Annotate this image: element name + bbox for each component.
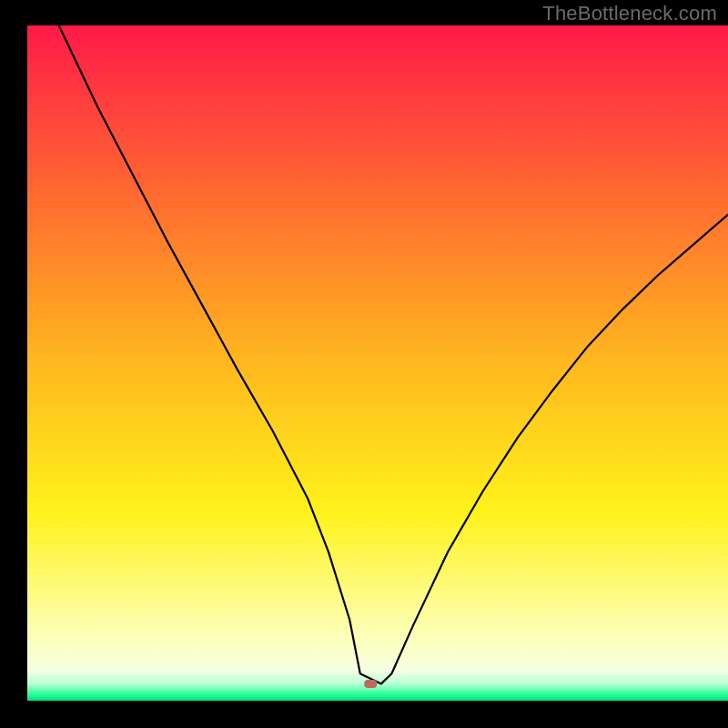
watermark-text: TheBottleneck.com — [542, 2, 717, 25]
bottleneck-plot — [0, 0, 728, 728]
chart-frame: TheBottleneck.com — [0, 0, 728, 728]
optimum-marker — [364, 680, 377, 688]
plot-background — [27, 25, 728, 701]
